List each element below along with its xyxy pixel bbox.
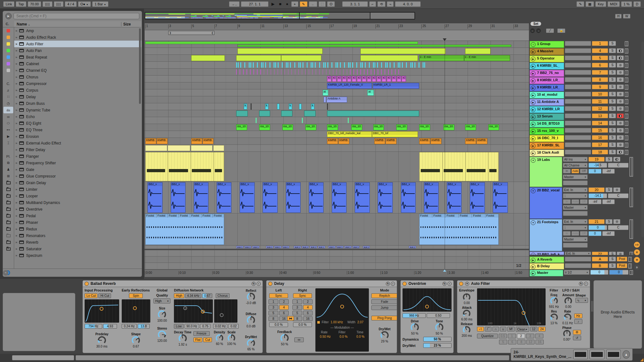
clip[interactable]: rss_10 (443, 124, 454, 130)
reverb-drywet-knob[interactable] (247, 339, 255, 347)
save-preset-icon[interactable]: ▪ (584, 282, 588, 286)
track-name[interactable]: ▼20 BB2_vocal (530, 187, 562, 219)
arm-button[interactable] (617, 121, 624, 126)
stereo-link-icon[interactable]: ⧓ (287, 316, 294, 321)
clip[interactable]: BB2_l (363, 246, 370, 248)
color-yellow[interactable] (3, 41, 14, 47)
mode-fade[interactable]: Fade (371, 299, 397, 304)
next-locator-button[interactable]: → (536, 28, 541, 33)
arm-button[interactable] (617, 92, 624, 97)
overdrive-drywet-value[interactable]: 23 % (423, 343, 452, 348)
size-column-header[interactable]: Size (121, 22, 141, 26)
clip[interactable]: Kl (382, 76, 386, 82)
search-input[interactable]: Search (Cmd + F) (14, 13, 139, 19)
monitor-in[interactable]: In (563, 169, 571, 173)
rail-cell[interactable] (3, 226, 14, 232)
track-header-12[interactable]: ▶12 KMRBI_LR12S (530, 106, 633, 113)
autofilter-handle[interactable] (522, 311, 525, 315)
track-number[interactable]: 4 (592, 48, 608, 53)
clip[interactable]: k (265, 104, 269, 110)
input-filter-graph[interactable] (85, 299, 119, 323)
browser-item-auto-pan[interactable]: ▶Auto Pan (14, 47, 141, 54)
clip[interactable]: BB2_v (332, 182, 347, 213)
pan-value[interactable]: C (608, 163, 629, 168)
solo-button[interactable]: S (609, 48, 616, 53)
browser-item-grain-delay[interactable]: ▶Grain Delay (14, 179, 141, 186)
arm-button[interactable] (613, 219, 620, 224)
monitor-in[interactable]: In (563, 231, 571, 236)
disclosure-icon[interactable]: ▶ (14, 43, 19, 45)
clip[interactable]: Kl (332, 76, 336, 82)
autofilter-graph[interactable]: 100 1k 10k (477, 288, 546, 325)
clip[interactable]: KMRB (465, 138, 476, 144)
delay-time-3[interactable]: 3 (292, 305, 302, 310)
clip[interactable]: KMRB (203, 138, 214, 144)
disclosure-icon[interactable]: ▶ (14, 109, 19, 111)
clip[interactable] (465, 48, 491, 54)
clip[interactable] (191, 55, 225, 61)
low-shelf-button[interactable]: Low (174, 324, 183, 329)
session-record-button[interactable]: O (327, 1, 335, 7)
disclosure-icon[interactable]: ▶ (14, 129, 19, 131)
mixer-section-m-toggle[interactable]: M (634, 257, 640, 263)
arm-button[interactable] (617, 77, 624, 82)
io-select[interactable]: Ext. In▼ (563, 219, 588, 224)
rate-value[interactable]: 0.50 Hz (320, 335, 330, 338)
quantize-3[interactable]: 3 (526, 334, 534, 338)
arm-button[interactable] (617, 128, 624, 133)
capture-button[interactable]: ⛶ (319, 1, 326, 7)
browser-item-erosion[interactable]: ▶Erosion (14, 133, 141, 140)
solo-button[interactable]: S (609, 99, 616, 104)
track-header-13[interactable]: ▶13 Serum13S (530, 113, 633, 120)
browser-item-external-audio-effect[interactable]: ▶External Audio Effect (14, 140, 141, 146)
delay-time-2[interactable]: 2 (303, 299, 313, 304)
clip[interactable]: rss_10 (259, 124, 270, 130)
freq-knob[interactable] (550, 297, 558, 305)
prev-locator-button[interactable]: ← (530, 28, 535, 33)
clip[interactable]: BB2_l (266, 246, 273, 248)
lfo-shape-select[interactable]: ∿▼ (575, 298, 588, 303)
high-freq-value[interactable]: 4.34 kHz (185, 293, 201, 298)
clip[interactable]: Kl (357, 76, 361, 82)
time-signature-field[interactable]: 4 / 4 (65, 1, 76, 7)
clip[interactable] (281, 55, 321, 61)
solo-button[interactable]: S (609, 142, 616, 147)
delay-time-3[interactable]: 3 (269, 305, 278, 310)
clip[interactable]: BB2_v (424, 182, 439, 213)
color-red[interactable] (3, 27, 14, 34)
track-number[interactable]: 18 (592, 150, 608, 155)
delay-time-4[interactable]: 4 (303, 305, 313, 310)
mixer-section-d-toggle[interactable]: D (634, 264, 640, 270)
browser-item-saturator[interactable]: ▶Saturator (14, 246, 141, 252)
play-icon[interactable]: ▶ (531, 107, 536, 112)
name-column-header[interactable]: Name ▲ (14, 22, 121, 26)
clip[interactable]: rss_10 (419, 124, 430, 130)
overdrive-q-value[interactable]: 0.50 (427, 313, 450, 318)
track-header-7[interactable]: ▶7 BB2_75_no7S (530, 70, 633, 77)
play-icon[interactable]: ▶ (531, 71, 536, 76)
clip[interactable]: BB2_l (236, 246, 243, 248)
rail-cell[interactable] (3, 239, 14, 246)
device-title[interactable]: Delay (274, 281, 284, 286)
color-orange[interactable] (3, 34, 14, 41)
right-offset-value[interactable]: 0.0 % (293, 322, 312, 327)
io-select[interactable]: 1▼ (563, 225, 588, 230)
fold-icon[interactable]: ▼ (531, 220, 536, 225)
shape-knob[interactable] (132, 336, 140, 344)
clip[interactable] (281, 110, 293, 116)
disclosure-icon[interactable]: ▶ (14, 76, 19, 78)
clip[interactable]: rss_10 (396, 124, 407, 130)
diffuse-knob[interactable] (247, 316, 255, 324)
disclosure-icon[interactable]: ▶ (14, 36, 19, 39)
loop-button[interactable]: ⟲ (377, 1, 385, 7)
track-name[interactable]: ▶13 Serum (530, 113, 564, 120)
browser-item-overdrive[interactable]: ▶Overdrive (14, 206, 141, 212)
freeze-infinity-button[interactable]: ∞ (294, 337, 304, 342)
track-number[interactable]: 20 (588, 187, 605, 192)
scrub-area[interactable]: ❯❮ (145, 30, 529, 41)
solo-button[interactable]: S (609, 121, 616, 126)
track-header-22[interactable]: ▼22 BB2_lofi_kExt. In▼22S (530, 252, 633, 255)
clip[interactable] (213, 145, 224, 151)
arm-button[interactable] (617, 55, 624, 60)
current-clip-name[interactable]: 24-KMRBI_LR_Keys_Synth_One_... (514, 350, 571, 359)
